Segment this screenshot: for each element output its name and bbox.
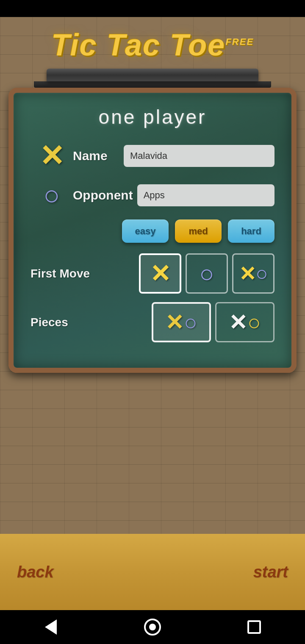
top-status-bar [0,0,305,17]
shelf-bottom [34,81,271,88]
back-button[interactable]: back [17,563,54,581]
free-badge: FREE [225,36,254,47]
back-arrow-icon [45,619,57,635]
home-icon-inner [149,624,156,630]
name-input[interactable] [124,145,274,167]
pieces-row: Pieces ✕ ○ ✕ ○ [30,302,274,342]
pieces-label: Pieces [30,316,152,329]
start-button[interactable]: start [253,563,288,581]
shelf-top [47,69,258,81]
pieces-choices: ✕ ○ ✕ ○ [152,302,274,342]
nav-home-button[interactable] [142,616,163,638]
first-move-o-option[interactable]: ○ [186,253,228,294]
pieces-yellow-purple-option[interactable]: ✕ ○ [152,302,211,342]
first-move-row: First Move ✕ ○ ✕ ○ [30,253,274,294]
med-button[interactable]: med [175,219,222,243]
app-title: Tic Tac ToeFREE [51,30,254,60]
first-move-o-symbol: ○ [199,261,214,286]
title-area: Tic Tac ToeFREE [51,17,254,60]
hard-button[interactable]: hard [228,219,274,243]
easy-button[interactable]: easy [122,219,169,243]
nav-recents-button[interactable] [244,616,265,638]
name-label: Name [73,149,119,163]
mode-title: one player [30,105,274,128]
x-symbol: ✕ [30,141,73,171]
difficulty-row: easy med hard [30,219,274,243]
pieces-white-yellow-symbol: ✕ ○ [229,310,261,335]
first-move-choices: ✕ ○ ✕ ○ [139,253,274,294]
opponent-label: Opponent [73,188,133,203]
first-move-x-symbol: ✕ [150,261,171,286]
bottom-bar: back start [0,534,305,610]
o-symbol: ○ [30,181,73,209]
recents-icon [247,620,261,634]
opponent-row: ○ Opponent [30,181,274,209]
pieces-white-yellow-option[interactable]: ✕ ○ [215,302,274,342]
nav-bar [0,610,305,644]
first-move-xo-symbol: ✕ ○ [239,262,268,286]
name-row: ✕ Name [30,141,274,171]
nav-back-button[interactable] [40,616,61,638]
home-icon [144,619,161,636]
first-move-x-option[interactable]: ✕ [139,253,181,294]
first-move-xo-option[interactable]: ✕ ○ [232,253,274,294]
content-layer: Tic Tac ToeFREE one player ✕ Name ○ Oppo… [0,17,305,534]
chalkboard: one player ✕ Name ○ Opponent easy med ha… [8,88,297,373]
opponent-input[interactable] [137,184,274,206]
pieces-yellow-purple-symbol: ✕ ○ [165,310,197,335]
main-content: .brick-bg-inner { width: 100%; height: 1… [0,17,305,534]
first-move-label: First Move [30,267,139,280]
